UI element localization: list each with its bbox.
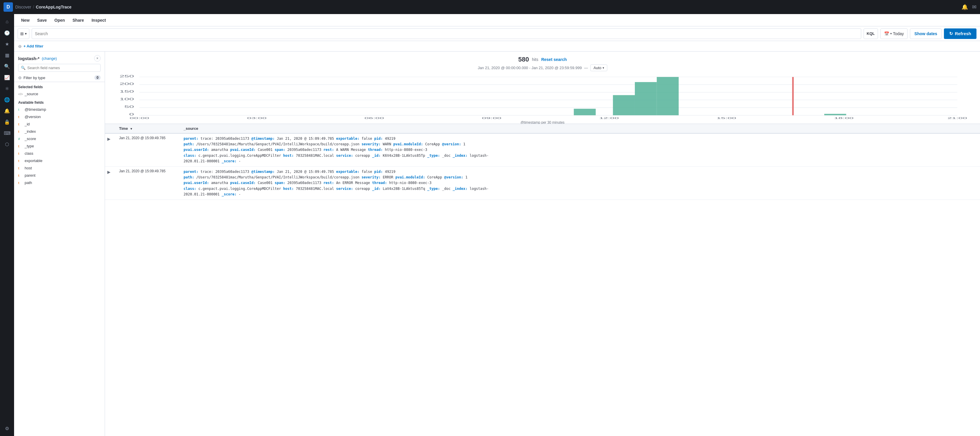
share-button[interactable]: Share (69, 17, 88, 24)
index-type-icon: t (18, 130, 23, 133)
field-item-exportable[interactable]: t exportable (14, 157, 105, 164)
sort-icon: ▼ (130, 127, 133, 130)
svg-text:09:00: 09:00 (482, 116, 501, 119)
inspect-button[interactable]: Inspect (88, 17, 110, 24)
app-logo: D (3, 2, 13, 12)
nav-security[interactable]: 🔒 (2, 117, 12, 127)
field-item-class[interactable]: t class (14, 150, 105, 157)
save-button[interactable]: Save (34, 17, 51, 24)
nav-visualize[interactable]: 📈 (2, 72, 12, 82)
nav-favorites[interactable]: ★ (2, 39, 12, 49)
parent-type-icon: t (18, 174, 23, 177)
field-item-version[interactable]: t @version (14, 113, 105, 120)
search-input-wrap (32, 29, 861, 39)
parent-field-name: parent (25, 173, 35, 178)
auto-chevron-icon: ▾ (603, 66, 604, 70)
refresh-button[interactable]: ↻ Refresh (944, 29, 977, 39)
version-field-name: @version (25, 114, 41, 119)
svg-text:06:00: 06:00 (364, 116, 384, 119)
svg-text:00:00: 00:00 (130, 116, 149, 119)
id-field-name: _id (25, 122, 30, 126)
histogram-wrap: 0 50 100 150 200 250 (112, 73, 973, 122)
nav-stack[interactable]: ⬡ (2, 139, 12, 149)
search-field-input[interactable] (27, 66, 98, 70)
nav-dev[interactable]: ⌨ (2, 128, 12, 138)
breadcrumb-separator: / (33, 5, 34, 10)
path-field-name: path (25, 181, 32, 185)
source-cell-2: parent: trace: 20395a60adec1173 @timesta… (180, 166, 980, 200)
new-button[interactable]: New (18, 17, 33, 24)
selected-fields-title: Selected fields (14, 82, 105, 90)
field-item-host[interactable]: t host (14, 164, 105, 172)
bell-icon[interactable]: 🔔 (961, 4, 968, 10)
type-type-icon: t (18, 144, 23, 148)
time-col-header[interactable]: Time ▼ (116, 124, 180, 133)
svg-rect-12 (574, 109, 596, 115)
svg-text:03:00: 03:00 (247, 116, 267, 119)
nav-settings[interactable]: ⚙ (2, 423, 12, 434)
svg-rect-13 (613, 95, 635, 116)
date-label: Today (893, 31, 904, 36)
change-link[interactable]: (change) (42, 56, 57, 61)
search-input[interactable] (35, 31, 858, 36)
svg-text:21:00: 21:00 (947, 116, 967, 119)
index-field-name: _index (25, 129, 36, 134)
filter-bar: ⊞ ▾ KQL 📅 ▾ Today Show dates ↻ Refresh (14, 26, 980, 41)
field-item-id[interactable]: t _id (14, 120, 105, 128)
index-name: logstash-* (18, 56, 40, 61)
table-row: ▶ Jan 21, 2020 @ 15:09:49.785 parent: tr… (105, 133, 980, 166)
host-field-name: host (25, 166, 32, 170)
query-type-toggle[interactable]: ⊞ ▾ (18, 29, 29, 39)
calendar-icon: 📅 (884, 31, 889, 36)
field-item-parent[interactable]: t parent (14, 172, 105, 179)
histogram-svg: 0 50 100 150 200 250 (112, 73, 973, 119)
svg-text:12:00: 12:00 (599, 116, 619, 119)
field-item-index[interactable]: t _index (14, 128, 105, 135)
timestamp-type-icon: t (18, 108, 23, 111)
date-picker-button[interactable]: 📅 ▾ Today (880, 29, 908, 39)
expand-col-header (105, 124, 116, 133)
nav-alerts[interactable]: 🔔 (2, 106, 12, 116)
add-filter-bar: ⊖ + Add filter (14, 41, 980, 52)
sidebar-body: Selected fields </> _source Available fi… (14, 82, 105, 436)
sidebar-collapse-button[interactable]: × (94, 55, 100, 62)
field-item-score[interactable]: # _score (14, 135, 105, 143)
timestamp-field-name: @timestamp (25, 107, 46, 112)
auto-select[interactable]: Auto ▾ (590, 65, 607, 71)
date-range-text: Jan 21, 2020 @ 00:00:00.000 - Jan 21, 20… (478, 66, 582, 70)
breadcrumb-current: CoreAppLogTrace (36, 5, 71, 10)
exportable-field-name: exportable (25, 159, 43, 163)
source-col-header: _source (180, 124, 980, 133)
show-dates-button[interactable]: Show dates (910, 29, 942, 39)
nav-ml[interactable]: ⚛ (2, 83, 12, 94)
nav-dashboard[interactable]: ▦ (2, 50, 12, 60)
field-item-type[interactable]: t _type (14, 143, 105, 150)
breadcrumb-parent[interactable]: Discover (15, 5, 31, 10)
add-filter-button[interactable]: + Add filter (24, 44, 43, 48)
open-button[interactable]: Open (51, 17, 68, 24)
expand-row-2-button[interactable]: ▶ (107, 169, 111, 175)
svg-text:18:00: 18:00 (834, 116, 854, 119)
nav-home[interactable]: ⌂ (2, 16, 12, 27)
field-item-path[interactable]: t path (14, 179, 105, 186)
source-field-name: _source (25, 92, 38, 96)
svg-text:200: 200 (119, 82, 134, 86)
available-fields-title: Available fields (14, 98, 105, 106)
filter-by-type-button[interactable]: ⊖ Filter by type (18, 75, 45, 80)
field-item-timestamp[interactable]: t @timestamp (14, 106, 105, 113)
reset-search-button[interactable]: Reset search (541, 57, 567, 62)
mail-icon[interactable]: ✉ (972, 4, 977, 10)
hits-label: hits (532, 57, 538, 62)
svg-rect-15 (657, 77, 679, 116)
filter-count-badge: 0 (94, 75, 100, 80)
svg-text:50: 50 (124, 105, 134, 109)
nav-maps[interactable]: 🌐 (2, 94, 12, 105)
nav-recent[interactable]: 🕐 (2, 27, 12, 38)
filter-icon: ⊖ (18, 44, 22, 49)
source-cell-1: parent: trace: 20395a60adec1173 @timesta… (180, 133, 980, 166)
kql-button[interactable]: KQL (864, 29, 878, 39)
field-item-source[interactable]: </> _source (14, 90, 105, 98)
chart-area: 580 hits Reset search Jan 21, 2020 @ 00:… (105, 52, 980, 124)
expand-row-1-button[interactable]: ▶ (107, 136, 111, 142)
nav-discover[interactable]: 🔍 (2, 61, 12, 71)
